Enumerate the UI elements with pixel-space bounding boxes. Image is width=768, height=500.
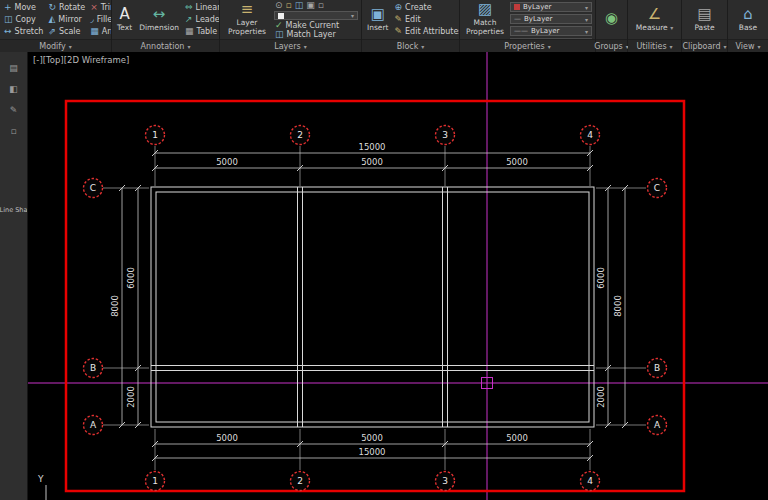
table-button[interactable]: ▦Table [184, 26, 219, 38]
move-button[interactable]: +Move [3, 1, 44, 13]
svg-text:1: 1 [152, 476, 158, 486]
dim-bay-3-bottom: 5000 [506, 433, 528, 443]
lineweight-dropdown-icon: ▾ [585, 16, 588, 23]
panel-label-clipboard[interactable]: Clipboard▾ [682, 39, 727, 52]
make-current-button[interactable]: ✓Make Current [274, 21, 358, 30]
layer-color-swatch [278, 13, 284, 19]
panel-block: ▣ Insert ⊕Create ✎Edit ✎Edit Attributes▾… [362, 0, 460, 52]
layer-properties-button[interactable]: ≡ Layer Properties [223, 1, 271, 38]
lineweight-dropdown[interactable]: — ByLayer ▾ [510, 14, 592, 24]
dimension-button[interactable]: ↔ Dimension [137, 1, 181, 38]
panel-expand-icon: ▾ [548, 40, 551, 53]
dim-lower-height-right: 2000 [596, 386, 606, 408]
fillet-button[interactable]: ◞Fillet▾ [89, 13, 111, 25]
rotate-button[interactable]: ↻Rotate [47, 1, 86, 13]
svg-text:4: 4 [587, 476, 593, 486]
match-layer-button[interactable]: ◫Match Layer [274, 30, 358, 39]
panel-label-properties[interactable]: Properties▾ [460, 39, 595, 52]
dim-overall-height-left: 8000 [110, 295, 120, 317]
scale-icon: ⇗ [48, 27, 56, 36]
panel-expand-icon: ▾ [670, 40, 673, 53]
palette-tool-icon-3[interactable]: ✎ [10, 106, 18, 115]
left-palette-strip: ▤ ◧ ✎ ▫ Line Sha [0, 52, 28, 500]
table-icon: ▦ [185, 27, 194, 36]
dim-overall-width-top: 15000 [358, 142, 385, 152]
array-button[interactable]: ▦Array▾ [89, 26, 111, 38]
leader-button[interactable]: ↗Leader▾ [184, 13, 219, 25]
layer-lock-icon: ◫ [295, 1, 304, 10]
svg-text:A: A [654, 420, 661, 430]
edit-block-button[interactable]: ✎Edit [394, 13, 459, 25]
base-button[interactable]: ⌂ Base [737, 7, 759, 33]
scale-button[interactable]: ⇗Scale [47, 26, 86, 38]
layer-freeze-icon: ⊙ [275, 1, 283, 10]
linear-button[interactable]: ⇔Linear▾ [184, 1, 219, 13]
dim-bay-2-bottom: 5000 [361, 433, 383, 443]
copy-button[interactable]: ◫Copy [3, 13, 44, 25]
measure-button[interactable]: ∠ Measure ▾ [634, 7, 675, 33]
paste-button[interactable]: ▤ Paste [692, 7, 716, 33]
extension-lines [103, 146, 646, 470]
lineweight-icon: — [514, 16, 521, 23]
svg-text:C: C [90, 183, 96, 193]
panel-clipboard: ▤ Paste Clipboard▾ [682, 0, 728, 52]
panel-label-groups[interactable]: Groups▾ [596, 39, 627, 52]
svg-text:C: C [654, 183, 660, 193]
group-button[interactable]: ◉ [603, 11, 620, 28]
panel-utilities: ∠ Measure ▾ Utilities▾ [628, 0, 682, 52]
layer-state-icons[interactable]: ⊙ ▫ ◫ ▣ ▫ [274, 1, 358, 10]
panel-expand-icon: ▾ [69, 40, 72, 53]
layer-properties-icon: ≡ [241, 2, 254, 17]
panel-modify: +Move ◫Copy ↔Stretch ↻Rotate ◭Mirror ⇗Sc… [0, 0, 112, 52]
text-button[interactable]: A Text [115, 1, 134, 38]
edit-attributes-button[interactable]: ✎Edit Attributes▾ [394, 26, 459, 38]
dimension-ticks [119, 150, 628, 461]
palette-label[interactable]: Line Sha [0, 206, 27, 214]
mirror-button[interactable]: ◭Mirror [47, 13, 86, 25]
ribbon: +Move ◫Copy ↔Stretch ↻Rotate ◭Mirror ⇗Sc… [0, 0, 768, 52]
panel-label-utilities[interactable]: Utilities▾ [628, 39, 681, 52]
outer-wall [151, 187, 594, 427]
panel-label-view[interactable]: View▾ [728, 39, 768, 52]
ucs-y-label: Y [37, 474, 44, 484]
linear-icon: ⇔ [185, 3, 193, 12]
layer-unisolate-icon: ▫ [318, 1, 324, 10]
grid-bubble-col-4-bottom: 4 [581, 472, 600, 491]
object-color-dropdown[interactable]: ByLayer ▾ [510, 2, 592, 12]
palette-tool-icon-4[interactable]: ▫ [10, 127, 16, 136]
drawing-canvas[interactable]: 15000 5000 5000 5000 5000 5000 5000 1500… [28, 52, 768, 500]
grid-bubble-col-1-top: 1 [146, 126, 165, 145]
grid-bubble-row-b-right: B [648, 359, 667, 378]
text-icon: A [119, 7, 129, 22]
svg-text:3: 3 [442, 476, 448, 486]
create-block-button[interactable]: ⊕Create [394, 1, 459, 13]
palette-tool-icon-2[interactable]: ◧ [9, 85, 18, 94]
move-icon: + [4, 3, 12, 12]
dim-lower-height-left: 2000 [126, 386, 136, 408]
panel-groups: ◉ Groups▾ [596, 0, 628, 52]
layer-dropdown-icon: ▾ [351, 12, 354, 19]
panel-label-layers[interactable]: Layers▾ [220, 39, 361, 52]
layer-select-dropdown[interactable]: ▾ [274, 11, 358, 20]
dim-upper-height-right: 6000 [596, 267, 606, 289]
dimension-lines [122, 153, 625, 458]
svg-text:2: 2 [297, 476, 303, 486]
trim-button[interactable]: ×Trim▾ [89, 1, 111, 13]
panel-label-block[interactable]: Block▾ [362, 39, 459, 52]
panel-label-modify[interactable]: Modify▾ [0, 39, 111, 52]
palette-tool-icon-1[interactable]: ▤ [9, 64, 18, 73]
svg-text:2: 2 [297, 130, 303, 140]
paste-icon: ▤ [697, 7, 711, 22]
svg-text:B: B [90, 363, 96, 373]
linetype-dropdown[interactable]: —— ByLayer ▾ [510, 26, 592, 36]
array-icon: ▦ [90, 27, 99, 36]
viewport-controls-label[interactable]: [-][Top][2D Wireframe] [33, 55, 129, 65]
mirror-icon: ◭ [48, 15, 55, 24]
panel-view: ⌂ Base View▾ [728, 0, 768, 52]
dim-bay-1-top: 5000 [216, 157, 238, 167]
match-properties-button[interactable]: ▨ Match Properties [463, 1, 507, 38]
insert-button[interactable]: ▣ Insert [365, 1, 391, 38]
stretch-button[interactable]: ↔Stretch [3, 26, 44, 38]
panel-label-annotation[interactable]: Annotation▾ [112, 39, 219, 52]
grid-bubble-col-2-top: 2 [291, 126, 310, 145]
